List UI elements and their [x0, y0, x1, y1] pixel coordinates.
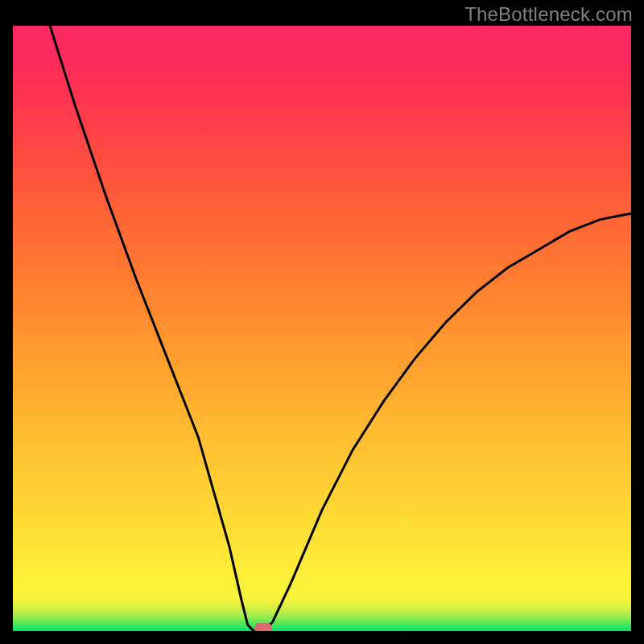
- optimum-marker: [254, 623, 272, 631]
- bottleneck-curve: [13, 26, 631, 631]
- watermark-text: TheBottleneck.com: [464, 3, 633, 26]
- curve-path: [50, 26, 631, 631]
- chart-frame: TheBottleneck.com: [0, 0, 644, 644]
- plot-area: [13, 26, 631, 631]
